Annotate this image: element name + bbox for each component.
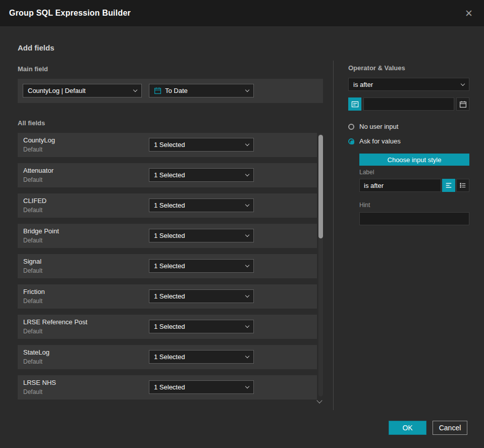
list-scrollbar-thumb[interactable] xyxy=(318,135,323,238)
radio-selected-icon xyxy=(348,138,354,144)
all-fields-label: All fields xyxy=(18,119,45,127)
operator-dropdown[interactable]: is after xyxy=(348,78,469,91)
field-selection-value: 1 Selected xyxy=(154,202,242,209)
field-selection-value: 1 Selected xyxy=(154,323,242,330)
field-selection-dropdown[interactable]: 1 Selected xyxy=(149,198,254,212)
field-selection-dropdown[interactable]: 1 Selected xyxy=(149,380,254,394)
field-row: Bridge Point Default 1 Selected xyxy=(18,224,317,248)
field-layer-label: Default xyxy=(23,267,42,274)
field-name: Attenuator xyxy=(23,167,53,174)
radio-unselected-icon xyxy=(348,124,354,130)
field-row: CountyLog Default 1 Selected xyxy=(18,133,317,157)
calendar-icon xyxy=(459,101,467,108)
input-mode-button[interactable] xyxy=(348,97,361,111)
field-name: CLIFED xyxy=(23,197,46,205)
field-layer-label: Default xyxy=(23,207,42,214)
date-field-dropdown-value: To Date xyxy=(165,87,242,94)
align-left-icon xyxy=(445,182,452,189)
list-icon xyxy=(459,182,466,189)
field-selection-value: 1 Selected xyxy=(154,262,242,270)
close-icon[interactable]: ✕ xyxy=(463,7,475,20)
field-name: LRSE NHS xyxy=(23,379,56,386)
chevron-down-icon xyxy=(245,263,249,267)
chevron-down-icon xyxy=(245,293,249,297)
date-field-dropdown[interactable]: To Date xyxy=(149,84,254,97)
calendar-icon xyxy=(154,87,162,94)
field-selection-dropdown[interactable]: 1 Selected xyxy=(149,289,254,303)
main-field-label: Main field xyxy=(18,65,48,73)
chevron-down-icon xyxy=(245,88,249,92)
scroll-down-icon[interactable] xyxy=(316,397,322,403)
field-name: Signal xyxy=(23,258,41,265)
list-scrollbar-track[interactable] xyxy=(318,134,323,396)
field-layer-label: Default xyxy=(23,146,42,153)
field-row: Friction Default 1 Selected xyxy=(18,284,317,309)
field-layer-label: Default xyxy=(23,328,42,335)
field-selection-value: 1 Selected xyxy=(154,292,242,300)
field-selection-dropdown[interactable]: 1 Selected xyxy=(149,229,254,242)
field-selection-value: 1 Selected xyxy=(154,232,242,239)
field-layer-label: Default xyxy=(23,176,42,183)
field-selection-value: 1 Selected xyxy=(154,141,242,148)
single-line-style-button[interactable] xyxy=(442,179,455,192)
date-picker-button[interactable] xyxy=(456,97,469,111)
field-selection-dropdown[interactable]: 1 Selected xyxy=(149,138,254,152)
field-name: Bridge Point xyxy=(23,227,59,235)
field-layer-label: Default xyxy=(23,388,42,395)
date-value-row xyxy=(348,97,469,111)
field-row: Attenuator Default 1 Selected xyxy=(18,163,317,187)
field-row: StateLog Default 1 Selected xyxy=(18,345,317,369)
radio-ask-for-values-label: Ask for values xyxy=(359,137,401,145)
field-selection-dropdown[interactable]: 1 Selected xyxy=(149,350,254,364)
field-name: Friction xyxy=(23,288,45,295)
chevron-down-icon xyxy=(245,354,249,358)
radio-ask-for-values[interactable]: Ask for values xyxy=(348,137,401,145)
choose-input-style-button[interactable]: Choose input style xyxy=(359,154,469,166)
field-selection-value: 1 Selected xyxy=(154,353,242,361)
field-layer-label: Default xyxy=(23,358,42,365)
chevron-down-icon xyxy=(245,384,249,388)
chevron-down-icon xyxy=(461,81,465,85)
field-selection-dropdown[interactable]: 1 Selected xyxy=(149,259,254,273)
hint-caption: Hint xyxy=(359,202,370,209)
add-fields-heading: Add fields xyxy=(18,43,55,52)
dialog-titlebar: Group SQL Expression Builder ✕ xyxy=(0,0,484,26)
radio-no-user-input[interactable]: No user input xyxy=(348,123,398,130)
main-field-dropdown-value: CountyLog | Default xyxy=(28,87,130,94)
date-value-input[interactable] xyxy=(363,97,454,111)
radio-no-user-input-label: No user input xyxy=(359,123,398,130)
field-row: LRSE NHS Default 1 Selected xyxy=(18,375,317,400)
dialog-body: Add fields Main field CountyLog | Defaul… xyxy=(0,26,484,448)
label-caption: Label xyxy=(359,169,374,176)
chevron-down-icon xyxy=(245,203,249,207)
field-selection-dropdown[interactable]: 1 Selected xyxy=(149,320,254,333)
chevron-down-icon xyxy=(245,233,249,237)
field-name: CountyLog xyxy=(23,136,55,144)
field-layer-label: Default xyxy=(23,297,42,305)
field-name: StateLog xyxy=(23,349,49,356)
dialog-title: Group SQL Expression Builder xyxy=(9,9,131,18)
hint-input[interactable] xyxy=(359,212,469,225)
chevron-down-icon xyxy=(245,172,249,176)
cancel-button[interactable]: Cancel xyxy=(433,421,467,435)
field-name: LRSE Reference Post xyxy=(23,318,87,326)
operator-values-heading: Operator & Values xyxy=(348,64,405,72)
all-fields-list: CountyLog Default 1 Selected Attenuator … xyxy=(18,133,317,406)
chevron-down-icon xyxy=(133,88,137,92)
main-field-dropdown[interactable]: CountyLog | Default xyxy=(23,84,142,97)
label-input-row xyxy=(359,179,469,192)
chevron-down-icon xyxy=(245,324,249,328)
field-row: Signal Default 1 Selected xyxy=(18,254,317,278)
list-style-button[interactable] xyxy=(456,179,469,192)
field-selection-dropdown[interactable]: 1 Selected xyxy=(149,168,254,182)
field-layer-label: Default xyxy=(23,237,42,244)
label-input[interactable] xyxy=(359,179,441,192)
field-selection-value: 1 Selected xyxy=(154,171,242,179)
field-row: CLIFED Default 1 Selected xyxy=(18,193,317,218)
operator-dropdown-value: is after xyxy=(353,81,458,88)
vertical-divider xyxy=(333,61,334,410)
field-row: LRSE Reference Post Default 1 Selected xyxy=(18,315,317,339)
main-field-panel: CountyLog | Default To Date xyxy=(18,79,323,103)
ok-button[interactable]: OK xyxy=(389,421,426,435)
chevron-down-icon xyxy=(245,142,249,146)
